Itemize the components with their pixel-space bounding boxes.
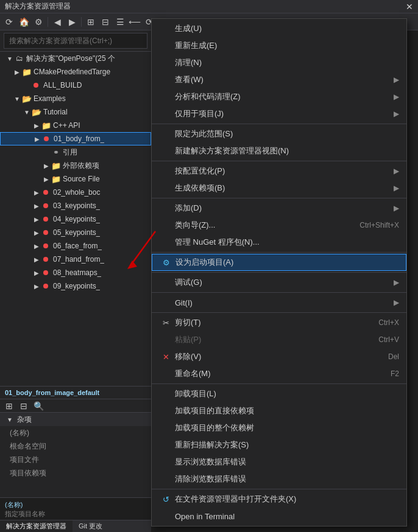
menu-icon-clear_browser_err <box>159 472 172 486</box>
srcfile-label: Source File <box>63 175 100 183</box>
menu-sep-27 <box>152 383 406 384</box>
props-icon-2[interactable]: ⊟ <box>17 399 30 413</box>
menu-icon-paste <box>159 333 172 346</box>
menu-item-clean[interactable]: 清理(N) <box>152 54 406 71</box>
menu-item-build_dep[interactable]: 生成依赖项(B)▶ <box>152 180 406 197</box>
toolbar-icon-1[interactable]: ⟳ <box>2 15 16 29</box>
menu-icon-project_only <box>159 107 172 121</box>
menu-item-add[interactable]: 添加(D)▶ <box>152 200 406 217</box>
tree-ref[interactable]: ⚭ 引用 <box>0 145 151 159</box>
tree-keypts04[interactable]: 04_keypoints_ <box>0 212 151 226</box>
arrow-all-build <box>22 80 32 90</box>
hand07-label: 07_hand_from_ <box>53 255 104 264</box>
tree-face06[interactable]: 06_face_from_ <box>0 239 151 253</box>
menu-item-scope[interactable]: 限定为此范围(S) <box>152 125 406 142</box>
menu-item-config[interactable]: 按配置优化(P)▶ <box>152 163 406 180</box>
tree-tutorial[interactable]: 📂 Tutorial <box>0 105 151 119</box>
menu-icon-load_direct <box>159 404 172 418</box>
menu-item-debug[interactable]: 调试(G)▶ <box>152 274 406 291</box>
toolbar-icon-9[interactable]: ⟵ <box>128 15 141 29</box>
ref-label: 引用 <box>63 147 77 158</box>
menu-item-analyze[interactable]: 分析和代码清理(Z)▶ <box>152 88 406 105</box>
tree-keypts05[interactable]: 05_keypoints_ <box>0 226 151 239</box>
menu-label-analyze: 分析和代码清理(Z) <box>175 91 394 102</box>
menu-shortcut-remove: Del <box>388 352 399 361</box>
tree-heat08[interactable]: 08_heatmaps_ <box>0 266 151 279</box>
keypts05-label: 05_keypoints_ <box>53 228 100 237</box>
folder-icon-extdep: 📁 <box>51 161 61 170</box>
menu-label-set_startup: 设为启动项目(A) <box>175 257 399 268</box>
tree-cmake[interactable]: 📁 CMakePredefinedTarge <box>0 65 151 79</box>
menu-shortcut-cut: Ctrl+X <box>378 318 399 327</box>
menu-item-open_terminal[interactable]: Open in Terminal <box>152 508 406 525</box>
menu-item-unload[interactable]: 卸载项目(L) <box>152 385 406 402</box>
menu-item-set_startup[interactable]: ⚙设为启动项目(A) <box>152 254 406 271</box>
toolbar-icon-4[interactable]: ◀ <box>51 15 64 29</box>
menu-icon-clean <box>159 56 172 69</box>
menu-icon-class_wizard <box>159 219 172 232</box>
menu-item-show_browser_err[interactable]: 显示浏览数据库错误 <box>152 453 406 471</box>
menu-item-clear_browser_err[interactable]: 清除浏览数据库错误 <box>152 471 406 488</box>
menu-icon-show_browser_err <box>159 455 172 469</box>
menu-label-config: 按配置优化(P) <box>175 166 394 177</box>
menu-item-new_view[interactable]: 新建解决方案资源管理器视图(N) <box>152 142 406 159</box>
menu-sep-34 <box>152 489 406 489</box>
menu-icon-cut: ✂ <box>159 316 172 329</box>
toolbar-icon-2[interactable]: 🏠 <box>17 15 30 29</box>
toolbar-icon-7[interactable]: ⊟ <box>99 15 112 29</box>
tree-hand07[interactable]: 07_hand_from_ <box>0 253 151 266</box>
menu-arrow-project_only: ▶ <box>394 110 399 118</box>
cmake-label: CMakePredefinedTarge <box>34 68 110 76</box>
tree-srcfile[interactable]: 📁 Source File <box>0 172 151 186</box>
tree-keypts09[interactable]: 09_keypoints_ <box>0 279 151 293</box>
menu-item-load_direct[interactable]: 加载项目的直接依赖项 <box>152 402 406 419</box>
solution-label: 解决方案"OpenPose"(25 个 <box>26 54 115 64</box>
menu-item-class_wizard[interactable]: 类向导(Z)...Ctrl+Shift+X <box>152 217 406 234</box>
menu-item-project_only[interactable]: 仅用于项目(J)▶ <box>152 105 406 122</box>
tree-whole02[interactable]: 02_whole_boc <box>0 186 151 199</box>
arrow-hand07 <box>32 254 41 264</box>
menu-item-open_folder[interactable]: ↺在文件资源管理器中打开文件夹(X) <box>152 491 406 508</box>
props-icon-3[interactable]: 🔍 <box>32 399 45 413</box>
tree-examples[interactable]: 📂 Examples <box>0 92 151 105</box>
menu-label-open_terminal: Open in Terminal <box>175 512 399 521</box>
menu-icon-analyze <box>159 90 172 103</box>
arrow-keypts04 <box>32 214 41 224</box>
menu-item-rename[interactable]: 重命名(M)F2 <box>152 365 406 382</box>
tutorial-label: Tutorial <box>43 108 68 116</box>
face06-label: 06_face_from_ <box>53 242 102 250</box>
toolbar-icon-8[interactable]: ☰ <box>113 15 127 29</box>
folder-icon-tutorial: 📂 <box>32 107 41 117</box>
properties-panel: 01_body_from_image_default ⊞ ⊟ 🔍 杂项 (名称)… <box>0 386 151 520</box>
keypts03-label: 03_keypoints_ <box>53 201 100 210</box>
toolbar-icon-6[interactable]: ⊞ <box>84 15 97 29</box>
tab-git[interactable]: Git 更改 <box>73 520 108 532</box>
close-icon[interactable]: ✕ <box>406 2 413 12</box>
tree-body01[interactable]: 01_body_from_ <box>0 132 151 145</box>
menu-icon-git <box>159 296 172 309</box>
menu-item-view[interactable]: 查看(W)▶ <box>152 71 406 88</box>
proj-icon-keypts05 <box>41 228 51 237</box>
tree-cppapi[interactable]: 📁 C++ API <box>0 119 151 132</box>
toolbar-icon-3[interactable]: ⚙ <box>32 15 45 29</box>
tree-extdep[interactable]: 📁 外部依赖项 <box>0 159 151 172</box>
menu-item-rebuild[interactable]: 重新生成(E) <box>152 37 406 54</box>
menu-item-load_tree[interactable]: 加载项目的整个依赖树 <box>152 419 406 436</box>
tree-solution-root[interactable]: 🗂 解决方案"OpenPose"(25 个 <box>0 52 151 65</box>
arrow-section <box>5 415 15 424</box>
menu-item-build[interactable]: 生成(U) <box>152 20 406 37</box>
menu-item-rescan[interactable]: 重新扫描解决方案(S) <box>152 436 406 453</box>
toolbar-icon-5[interactable]: ▶ <box>65 15 79 29</box>
menu-label-build: 生成(U) <box>175 23 399 34</box>
menu-item-nuget[interactable]: 管理 NuGet 程序包(N)... <box>152 234 406 251</box>
menu-item-remove[interactable]: ✕移除(V)Del <box>152 348 406 365</box>
menu-label-add: 添加(D) <box>175 203 394 214</box>
proj-icon-hand07 <box>41 254 51 264</box>
menu-item-git[interactable]: Git(I)▶ <box>152 294 406 311</box>
props-icon-1[interactable]: ⊞ <box>2 399 16 413</box>
search-input[interactable] <box>4 33 147 49</box>
tree-keypts03[interactable]: 03_keypoints_ <box>0 199 151 212</box>
menu-item-cut[interactable]: ✂剪切(T)Ctrl+X <box>152 314 406 331</box>
tab-solution[interactable]: 解决方案资源管理器 <box>0 520 73 532</box>
tree-all-build[interactable]: ALL_BUILD <box>0 79 151 92</box>
